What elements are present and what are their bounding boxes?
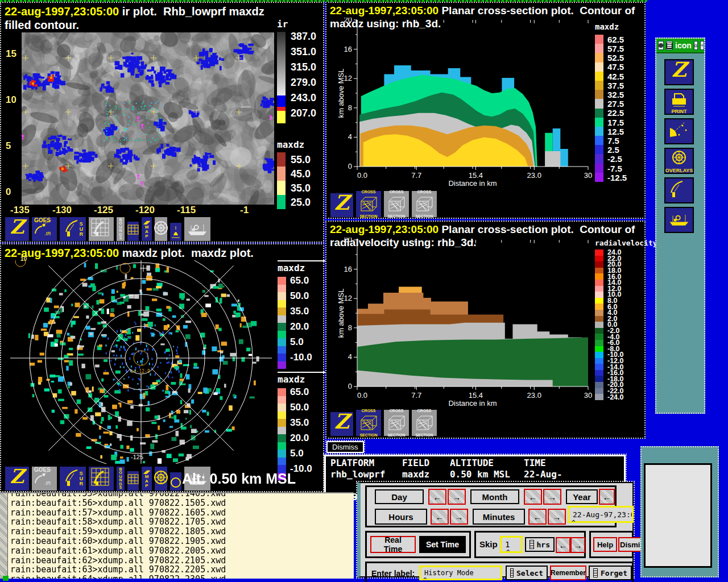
bounds-toolbar-button[interactable]: BOUNDS (116, 217, 125, 242)
zebra-toolbar-button[interactable]: Z (330, 193, 354, 218)
radargrid-toolbar-button[interactable] (88, 217, 114, 242)
time-control-panel: Day ← → Month ← → Year ← Hours ← → Minut… (357, 482, 634, 577)
ship-toolbar-button[interactable] (184, 217, 211, 242)
svg-text:20: 20 (344, 18, 352, 24)
cross-section-button[interactable]: CROSSSECTION (383, 190, 410, 218)
rings-dock-button[interactable]: OVERLAYS (664, 148, 694, 174)
skip-back-button[interactable]: ← (556, 537, 570, 553)
table-dismiss-button[interactable]: Dismiss (326, 441, 364, 453)
sur-toolbar-button[interactable]: SUR (59, 217, 86, 242)
cross-section-button[interactable]: CROSSSECTION (355, 190, 382, 218)
ship-icon (186, 217, 209, 241)
rings-toolbar-button[interactable] (154, 466, 168, 491)
ir-x-tick: -135 (10, 205, 30, 216)
cross-section-button[interactable]: CROSSSECTION (383, 409, 410, 436)
icon-window-title: icon (675, 41, 692, 50)
print-dock-button[interactable]: PRINT (664, 89, 694, 115)
window-menu-button[interactable] (666, 41, 673, 50)
xsec-xaxis-label: Distance in km (448, 179, 497, 188)
remember-button[interactable]: Remember (550, 566, 586, 580)
sur-dock-button[interactable] (664, 177, 694, 203)
colorbar-segment (277, 195, 286, 209)
bounds-toolbar-button[interactable]: BOUNDS (116, 466, 125, 491)
left-arrow-icon: ← (559, 541, 568, 550)
cross-section-button[interactable]: CROSSSECTION (411, 190, 437, 218)
ship-dock-button[interactable] (664, 207, 694, 233)
buoy-toolbar-button[interactable] (169, 222, 182, 242)
help-button[interactable]: Help (593, 537, 617, 552)
select-menu-button[interactable]: Select (506, 566, 548, 580)
day-back-button[interactable]: ← (428, 489, 446, 505)
terminal-scrollbar[interactable] (0, 493, 8, 579)
section-label: SECTION (415, 433, 433, 437)
hours-back-button[interactable]: ← (431, 509, 449, 525)
goes-toolbar-button[interactable]: GOES.IR (31, 217, 57, 242)
real-time-button[interactable]: Real Time (370, 536, 416, 553)
zebra-dock-button[interactable]: Z (664, 59, 694, 85)
day-fwd-button[interactable]: → (448, 489, 466, 505)
hrs-menu-button[interactable]: hrs (525, 537, 555, 552)
colorbar-value: 17.5 (607, 118, 624, 127)
colorbar-segment (278, 450, 286, 458)
colorbar-segment (595, 261, 603, 268)
time-input-field[interactable]: 22-Aug-97,23:05:00 ^ (568, 506, 634, 523)
colorbar-segment (595, 340, 603, 346)
window-iconify-button[interactable] (658, 41, 664, 50)
forget-label: Forget (601, 569, 627, 577)
forget-menu-button[interactable]: Forget (589, 566, 632, 580)
year-button[interactable]: Year (566, 489, 598, 504)
colorbar-value: 27.5 (607, 99, 624, 109)
ir-y-tick: 0 (6, 186, 11, 198)
cross-section-button[interactable]: CROSSSECTION (411, 409, 437, 436)
minutes-fwd-button[interactable]: → (548, 509, 566, 525)
colorbar-value: 35.0 (290, 417, 309, 429)
rings-icon (150, 217, 172, 241)
colorbar-segment (595, 286, 603, 292)
colorbar-value: -10.0 (290, 352, 312, 363)
zebra-toolbar-button[interactable]: Z (5, 466, 30, 491)
day-button[interactable]: Day (375, 489, 424, 504)
colorbar-segment (595, 118, 603, 127)
skip-input-field[interactable]: 1 ^ (500, 536, 523, 553)
satellite-dock-button[interactable] (664, 118, 694, 144)
right-arrow-icon: → (548, 492, 557, 502)
colorbar-segment (595, 256, 603, 262)
zebra-toolbar-button[interactable]: Z (5, 217, 30, 242)
month-back-button[interactable]: ← (524, 489, 542, 505)
set-time-button[interactable]: Set Time (419, 536, 466, 553)
skip-fwd-button[interactable]: → (570, 537, 585, 553)
svg-text:0: 0 (348, 162, 352, 171)
minutes-back-button[interactable]: ← (528, 509, 547, 525)
rings-icon (668, 149, 690, 168)
year-back-button[interactable]: ← (599, 489, 615, 505)
window-resize-button[interactable]: o (694, 41, 698, 50)
colorbar-segment (595, 394, 603, 400)
icon-button-stack: ZPRINTOVERLAYS (656, 53, 704, 411)
sur-toolbar-button[interactable]: SUR (59, 466, 86, 491)
window-close-button[interactable]: + (700, 41, 704, 50)
zebra-toolbar-button[interactable]: Z (330, 411, 354, 436)
terminal-output: rain:beaufait:55>xdump.all 970822.1405.x… (10, 492, 226, 579)
dock-button-label: OVERLAYS (665, 168, 693, 173)
rings-toolbar-button[interactable] (154, 217, 168, 242)
month-button[interactable]: Month (470, 489, 519, 504)
gridsmall-toolbar-button[interactable] (127, 471, 139, 491)
hours-fwd-button[interactable]: → (450, 509, 468, 525)
hours-button[interactable]: Hours (375, 509, 427, 525)
circle-toolbar-button[interactable] (169, 472, 182, 491)
label-input-field[interactable]: History Mode ^ (419, 566, 502, 580)
cross-section-button[interactable]: CROSSSECTION (355, 409, 382, 436)
svg-text:0.0: 0.0 (357, 171, 367, 180)
colorbar-segment (595, 63, 603, 72)
goes-toolbar-button[interactable]: GOES.IR (31, 466, 57, 491)
gridsmall-toolbar-button[interactable] (127, 221, 139, 242)
svg-text:Z: Z (334, 411, 352, 433)
colorbar-segment (595, 109, 603, 118)
radargrid-toolbar-button[interactable] (88, 466, 114, 491)
xsec-radial-colorbar-label: radialvelocity (595, 239, 646, 247)
month-fwd-button[interactable]: → (543, 489, 561, 505)
minutes-button[interactable]: Minutes (473, 509, 525, 525)
colorbar-segment (278, 292, 286, 300)
colorbar-value: 45.0 (291, 168, 311, 180)
colorbar-segment (595, 334, 603, 340)
